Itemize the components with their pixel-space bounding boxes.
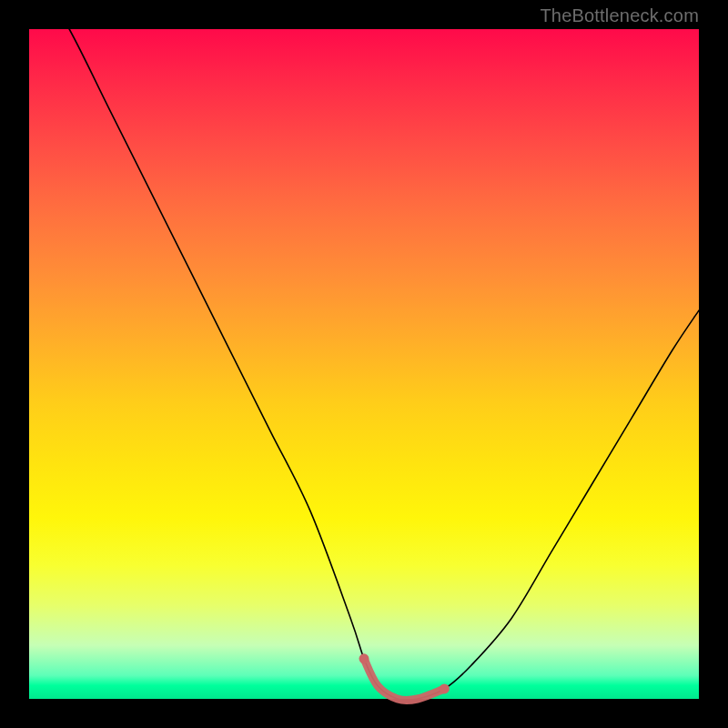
bottleneck-curve (29, 0, 699, 701)
attribution-text: TheBottleneck.com (540, 5, 699, 26)
valley-dot-right (440, 683, 450, 693)
curve-svg (29, 29, 699, 699)
valley-dot-left (359, 653, 369, 663)
valley-highlight (364, 659, 444, 701)
chart-container: TheBottleneck.com (0, 0, 728, 728)
plot-area (29, 29, 699, 699)
